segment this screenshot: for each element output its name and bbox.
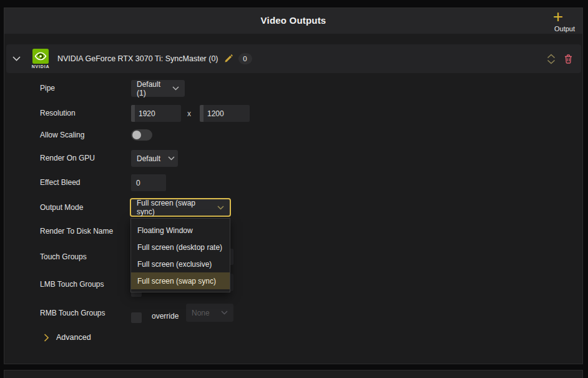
chevron-down-icon: [213, 311, 228, 315]
video-outputs-editor: Video Outputs + Output NVIDIA NVIDIA GeF…: [0, 0, 588, 378]
dropdown-option-floating-window[interactable]: Floating Window: [131, 222, 230, 239]
collapse-chevron-icon[interactable]: [11, 54, 21, 64]
lmb-touch-groups-label: LMB Touch Groups: [40, 279, 104, 289]
resolution-separator: x: [187, 109, 191, 118]
next-panel-edge: [4, 370, 583, 378]
allow-scaling-toggle[interactable]: [131, 129, 152, 141]
dropdown-option-fullscreen-swap-sync[interactable]: Full screen (swap sync): [131, 272, 230, 289]
rmb-override-value: None: [192, 309, 210, 317]
allow-scaling-label: Allow Scaling: [40, 130, 84, 140]
rmb-override-label: override: [152, 312, 179, 321]
delete-output-trash-icon[interactable]: [564, 54, 572, 64]
render-on-gpu-value: Default: [137, 154, 160, 163]
edit-pencil-icon[interactable]: [224, 54, 233, 63]
output-mode-dropdown-list: Floating Window Full screen (desktop rat…: [130, 218, 230, 292]
touch-groups-label: Touch Groups: [40, 252, 87, 262]
panel-header: Video Outputs + Output: [4, 8, 582, 34]
resolution-label: Resolution: [40, 108, 76, 118]
toggle-knob: [132, 131, 141, 139]
nvidia-logo-icon: NVIDIA: [30, 49, 51, 69]
chevron-down-icon: [210, 206, 224, 210]
pipe-select[interactable]: Default (1): [131, 80, 185, 97]
rmb-override-select: None: [186, 304, 233, 322]
gpu-output-title: NVIDIA GeForce RTX 3070 Ti: SyncMaster (…: [57, 54, 218, 63]
output-mode-select[interactable]: Full screen (swap sync): [130, 198, 231, 217]
render-on-gpu-select[interactable]: Default: [131, 150, 178, 167]
rmb-override-checkbox[interactable]: [131, 312, 142, 323]
dropdown-option-fullscreen-exclusive[interactable]: Full screen (exclusive): [131, 256, 230, 272]
effect-bleed-label: Effect Bleed: [40, 177, 81, 187]
add-output-label: Output: [554, 25, 575, 32]
effect-bleed-input[interactable]: [131, 174, 166, 191]
move-down-chevron-icon[interactable]: [547, 59, 556, 64]
render-on-gpu-label: Render On GPU: [40, 153, 95, 163]
pipe-label: Pipe: [40, 83, 55, 93]
chevron-down-icon: [160, 156, 175, 161]
advanced-section-toggle[interactable]: Advanced: [56, 333, 91, 342]
output-mode-label: Output Mode: [40, 202, 83, 212]
rmb-touch-groups-label: RMB Touch Groups: [40, 308, 105, 318]
add-output-button[interactable]: +: [550, 9, 566, 26]
output-count-badge: 0: [238, 53, 252, 64]
reorder-controls: [547, 54, 556, 64]
chevron-down-icon: [165, 86, 179, 91]
resolution-height-input[interactable]: [200, 105, 250, 122]
pipe-select-value: Default (1): [137, 80, 165, 97]
render-to-disk-name-label: Render To Disk Name: [40, 226, 113, 236]
page-title: Video Outputs: [4, 15, 582, 26]
nvidia-wordmark: NVIDIA: [32, 64, 50, 69]
move-up-chevron-icon[interactable]: [547, 54, 556, 59]
advanced-expander-chevron-icon[interactable]: [44, 334, 49, 342]
output-mode-value: Full screen (swap sync): [137, 199, 210, 216]
dropdown-option-fullscreen-desktop-rate[interactable]: Full screen (desktop rate): [131, 239, 230, 256]
resolution-width-input[interactable]: [131, 105, 181, 122]
gpu-output-row: NVIDIA NVIDIA GeForce RTX 3070 Ti: SyncM…: [6, 44, 581, 73]
